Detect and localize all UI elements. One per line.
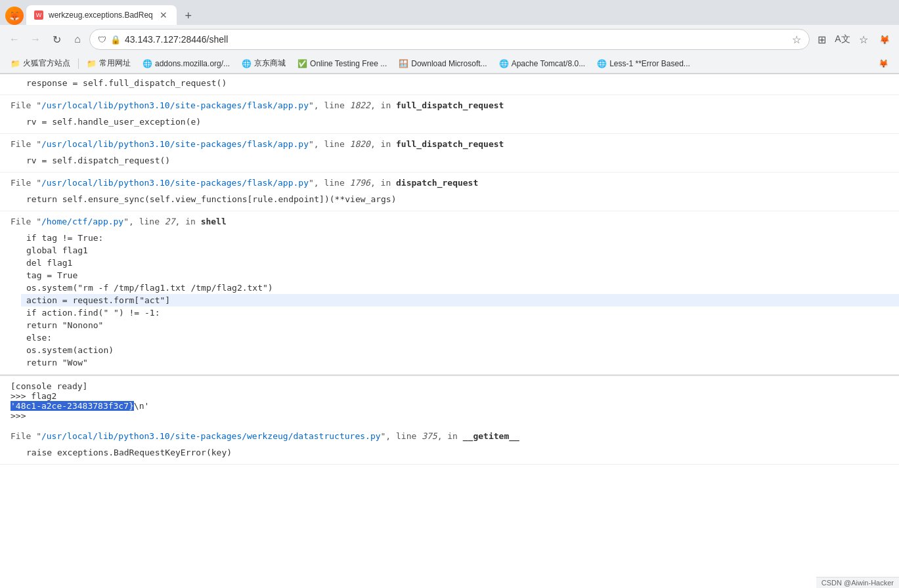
top-code-frame: response = self.full_dispatch_request()	[0, 74, 899, 95]
forward-button[interactable]: →	[26, 30, 45, 49]
address-text: 43.143.7.127:28446/shell	[125, 34, 788, 45]
trace-line-num-1: 1822	[350, 100, 370, 110]
status-bar: CSDN @Aiwin-Hacker	[816, 577, 899, 588]
bookmark-apache[interactable]: 🌐 Apache Tomcat/8.0...	[494, 58, 591, 70]
main-file-link[interactable]: /home/ctf/app.py	[41, 217, 123, 226]
top-code-line: response = self.full_dispatch_request()	[21, 77, 899, 89]
bookmark-addons[interactable]: 🌐 addons.mozilla.org/...	[137, 58, 235, 70]
bottom-line-num: 375	[422, 431, 437, 441]
console-prompt-1-text: >>> flag2	[11, 391, 56, 401]
trace-code-3: return self.ensure_sync(self.view_functi…	[0, 190, 899, 211]
translate-button[interactable]: A文	[833, 30, 852, 49]
main-code-5-highlighted: action = request.form["act"]	[21, 294, 899, 306]
main-code-3: tag = True	[21, 269, 899, 282]
extensions-button[interactable]: ⊞	[812, 30, 831, 49]
trace-file-link-3[interactable]: /usr/local/lib/python3.10/site-packages/…	[41, 178, 309, 188]
main-trace-frame: File "/home/ctf/app.py", line 27, in she…	[0, 211, 899, 375]
home-button[interactable]: ⌂	[68, 30, 87, 49]
bookmark-less1-label: Less-1 **Error Based...	[609, 59, 690, 68]
main-func-name: shell	[201, 217, 227, 226]
main-code-4: os.system("rm -f /tmp/flag1.txt /tmp/fla…	[21, 282, 899, 294]
trace-line-num-2: 1820	[350, 139, 370, 149]
bookmark-divider-1	[78, 58, 79, 69]
console-prompt-2-text: >>>	[11, 411, 26, 421]
back-button[interactable]: ←	[5, 30, 24, 49]
bookmark-jd-label: 京东商城	[254, 58, 286, 69]
trace-frame-3: File "/usr/local/lib/python3.10/site-pac…	[0, 173, 899, 211]
bottom-trace-code: raise exceptions.BadRequestKeyError(key)	[0, 444, 899, 464]
console-prompt-1: >>> flag2	[11, 391, 888, 401]
globe-icon-1: 🌐	[143, 59, 152, 68]
trace-func-3: dispatch_request	[396, 178, 478, 188]
bookmark-changyong-label: 常用网址	[99, 58, 131, 69]
trace-file-link-1[interactable]: /usr/local/lib/python3.10/site-packages/…	[41, 100, 309, 110]
trace-code-1: rv = self.handle_user_exception(e)	[0, 113, 899, 133]
trace-file-2: File "/usr/local/lib/python3.10/site-pac…	[0, 134, 899, 152]
globe-icon-3: 🌐	[499, 59, 509, 68]
console-output-line: '48c1-a2ce-23483783f3c7}\n'	[11, 401, 888, 411]
bookmark-star-icon[interactable]: ☆	[792, 33, 801, 46]
browser-chrome: 🦊 W werkzeug.exceptions.BadReq ✕ + ← → ↻…	[0, 0, 899, 74]
tab-title: werkzeug.exceptions.BadReq	[49, 10, 153, 20]
trace-frame-1: File "/usr/local/lib/python3.10/site-pac…	[0, 95, 899, 134]
main-code-6: if action.find(" ") != -1:	[21, 306, 899, 319]
console-selected-text[interactable]: '48c1-a2ce-23483783f3c7}	[11, 401, 134, 411]
folder-icon-2: 📁	[87, 59, 97, 68]
globe-icon-2: 🌐	[242, 59, 252, 68]
bookmark-download-ms[interactable]: 🪟 Download Microsoft...	[393, 58, 492, 70]
bookmark-less1[interactable]: 🌐 Less-1 **Error Based...	[592, 58, 695, 70]
firefox-account-button[interactable]: 🦊	[875, 30, 894, 49]
bottom-func-name: __getitem__	[463, 431, 519, 441]
bookmark-online-testing[interactable]: ✅ Online Testing Free ...	[292, 58, 392, 70]
bookmark-huhu-label: 火狐官方站点	[23, 58, 70, 69]
folder-icon: 📁	[11, 59, 20, 68]
code-line-2: rv = self.dispatch_request()	[21, 154, 899, 167]
bottom-trace-frame: File "/usr/local/lib/python3.10/site-pac…	[0, 426, 899, 465]
tab-close-button[interactable]: ✕	[158, 10, 169, 20]
firefox-icon: 🦊	[879, 59, 888, 68]
bottom-code-line: raise exceptions.BadRequestKeyError(key)	[21, 446, 899, 459]
top-code-block: response = self.full_dispatch_request()	[0, 74, 899, 94]
bookmarks-bar: 📁 火狐官方站点 📁 常用网址 🌐 addons.mozilla.org/...…	[0, 54, 899, 74]
bookmark-changyong[interactable]: 📁 常用网址	[81, 56, 136, 70]
windows-icon: 🪟	[399, 59, 408, 68]
trace-code-2: rv = self.dispatch_request()	[0, 152, 899, 172]
main-trace-code: if tag != True: global flag1 del flag1 t…	[0, 229, 899, 374]
firefox-button[interactable]: 🦊	[5, 7, 24, 25]
content-area[interactable]: response = self.full_dispatch_request() …	[0, 74, 899, 588]
main-code-10: return "Wow"	[21, 356, 899, 369]
bookmark-firefox-account[interactable]: 🦊	[873, 58, 894, 70]
active-tab[interactable]: W werkzeug.exceptions.BadReq ✕	[26, 5, 177, 25]
console-output-suffix: \n'	[134, 401, 149, 411]
bottom-file-link[interactable]: /usr/local/lib/python3.10/site-packages/…	[41, 431, 381, 441]
trace-frame-2: File "/usr/local/lib/python3.10/site-pac…	[0, 134, 899, 173]
trace-file-link-2[interactable]: /usr/local/lib/python3.10/site-packages/…	[41, 139, 309, 149]
star-button[interactable]: ☆	[854, 30, 873, 49]
main-code-2: del flag1	[21, 257, 899, 269]
bookmark-jd[interactable]: 🌐 京东商城	[236, 56, 291, 70]
traceback: response = self.full_dispatch_request() …	[0, 74, 899, 465]
check-icon: ✅	[297, 59, 307, 68]
tab-favicon: W	[34, 10, 43, 20]
trace-line-num-3: 1796	[350, 178, 370, 188]
console-ready-text: [console ready]	[11, 381, 888, 391]
code-line-1: rv = self.handle_user_exception(e)	[21, 116, 899, 128]
main-line-num: 27	[165, 217, 175, 226]
main-code-0: if tag != True:	[21, 232, 899, 244]
bookmark-online-testing-label: Online Testing Free ...	[310, 59, 387, 68]
main-code-7: return "Nonono"	[21, 319, 899, 331]
bookmark-download-ms-label: Download Microsoft...	[411, 59, 487, 68]
info-icon: 🔒	[110, 35, 121, 45]
main-code-1: global flag1	[21, 244, 899, 257]
security-icon: 🛡	[98, 35, 106, 45]
nav-bar: ← → ↻ ⌂ 🛡 🔒 43.143.7.127:28446/shell ☆ ⊞…	[0, 25, 899, 54]
new-tab-button[interactable]: +	[179, 7, 198, 25]
reload-button[interactable]: ↻	[47, 30, 66, 49]
main-code-8: else:	[21, 331, 899, 344]
bookmark-huhu[interactable]: 📁 火狐官方站点	[5, 56, 76, 70]
bookmark-addons-label: addons.mozilla.org/...	[155, 59, 230, 68]
address-bar[interactable]: 🛡 🔒 43.143.7.127:28446/shell ☆	[89, 29, 810, 50]
trace-file-3: File "/usr/local/lib/python3.10/site-pac…	[0, 173, 899, 190]
trace-file-1: File "/usr/local/lib/python3.10/site-pac…	[0, 95, 899, 113]
main-trace-file: File "/home/ctf/app.py", line 27, in she…	[0, 211, 899, 229]
